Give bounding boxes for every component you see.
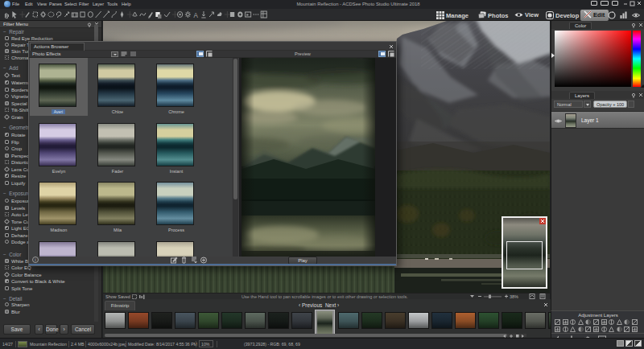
svg-text:A: A: [194, 11, 199, 19]
